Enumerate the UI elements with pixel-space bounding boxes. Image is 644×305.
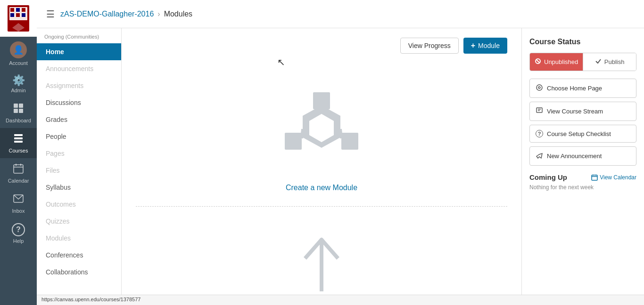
logo-wrap (0, 0, 37, 37)
nav-quizzes[interactable]: Quizzes (37, 213, 121, 230)
svg-rect-11 (19, 109, 23, 113)
svg-rect-9 (19, 104, 23, 108)
new-announcement-label: New Announcement (547, 152, 602, 160)
view-course-stream-button[interactable]: View Course Stream (529, 102, 636, 121)
svg-rect-2 (10, 8, 14, 12)
course-status-title: Course Status (529, 38, 636, 46)
inbox-icon (13, 193, 24, 206)
nav-item-calendar[interactable]: Calendar (0, 158, 37, 188)
nav-label-inbox: Inbox (12, 208, 25, 214)
breadcrumb: zAS-DEMO-Gallagher-2016 › Modules (60, 10, 192, 18)
nav-pages[interactable]: Pages (37, 145, 121, 162)
module-empty-section-1: Create a new Module (136, 63, 507, 207)
coming-up-empty-message: Nothing for the next week (529, 184, 636, 191)
module-empty-section-2 (136, 207, 507, 295)
publish-button[interactable]: Publish (583, 53, 636, 71)
unpublished-icon (535, 58, 541, 66)
nav-conferences[interactable]: Conferences (37, 247, 121, 264)
svg-rect-5 (10, 13, 14, 17)
svg-line-26 (340, 129, 341, 138)
admin-icon: ⚙️ (12, 75, 25, 86)
new-announcement-icon (536, 152, 543, 161)
svg-line-30 (537, 60, 539, 63)
svg-rect-15 (14, 165, 23, 173)
svg-rect-3 (16, 8, 20, 12)
view-course-stream-icon (536, 107, 543, 116)
view-progress-button[interactable]: View Progress (400, 38, 459, 54)
nav-item-dashboard[interactable]: Dashboard (0, 98, 37, 128)
left-navigation: 👤 Account ⚙️ Admin Dashboard Courses Cal… (0, 0, 37, 305)
nav-assignments[interactable]: Assignments (37, 77, 121, 94)
nav-item-admin[interactable]: ⚙️ Admin (0, 71, 37, 98)
svg-rect-6 (16, 13, 20, 17)
svg-rect-36 (592, 175, 597, 180)
nav-home[interactable]: Home (37, 43, 121, 60)
svg-rect-13 (14, 137, 23, 139)
nav-modules[interactable]: Modules (37, 230, 121, 247)
course-status-buttons: Unpublished Publish (529, 53, 636, 71)
penn-logo (8, 5, 29, 32)
coming-up-title: Coming Up (529, 173, 567, 181)
breadcrumb-course-link[interactable]: zAS-DEMO-Gallagher-2016 (60, 10, 154, 18)
coming-up-header: Coming Up View Calendar (529, 173, 636, 181)
svg-rect-8 (14, 104, 18, 108)
publish-label: Publish (604, 58, 625, 65)
svg-rect-7 (22, 13, 25, 17)
svg-rect-10 (14, 109, 18, 113)
unpublished-label: Unpublished (544, 58, 578, 65)
nav-label-help: Help (13, 238, 24, 244)
new-announcement-button[interactable]: New Announcement (529, 146, 636, 166)
view-course-stream-label: View Course Stream (547, 108, 603, 115)
unpublished-button[interactable]: Unpublished (530, 53, 583, 71)
nav-announcements[interactable]: Announcements (37, 60, 121, 77)
nav-syllabus[interactable]: Syllabus (37, 179, 121, 196)
module-content: ↖ View Progress + Module (122, 28, 521, 295)
svg-rect-14 (14, 141, 23, 143)
nav-people[interactable]: People (37, 128, 121, 145)
nav-discussions[interactable]: Discussions (37, 94, 121, 111)
module-toolbar: View Progress + Module (136, 38, 507, 54)
choose-home-page-label: Choose Home Page (547, 85, 602, 92)
nav-label-admin: Admin (11, 88, 25, 93)
course-setup-checklist-button[interactable]: ? Course Setup Checklist (529, 125, 636, 143)
status-bar: https://canvas.upenn.edu/courses/1378577 (37, 295, 644, 305)
svg-rect-22 (285, 133, 302, 150)
add-module-label: Module (478, 42, 500, 49)
nav-outcomes[interactable]: Outcomes (37, 196, 121, 213)
hamburger-button[interactable]: ☰ (46, 8, 55, 20)
course-nav-header: Ongoing (Communities) (37, 28, 121, 43)
nav-label-dashboard: Dashboard (6, 118, 31, 123)
nav-files[interactable]: Files (37, 162, 121, 179)
create-module-link[interactable]: Create a new Module (286, 184, 357, 192)
svg-point-32 (538, 87, 540, 88)
top-bar: ☰ zAS-DEMO-Gallagher-2016 › Modules (37, 0, 644, 28)
nav-label-courses: Courses (9, 148, 28, 153)
svg-rect-23 (341, 133, 358, 150)
nav-item-help[interactable]: ? Help (0, 218, 37, 249)
view-calendar-label: View Calendar (600, 174, 636, 181)
svg-rect-4 (22, 8, 25, 12)
nav-label-calendar: Calendar (8, 178, 29, 184)
nav-grades[interactable]: Grades (37, 111, 121, 128)
course-setup-checklist-icon: ? (536, 130, 543, 137)
nav-item-account[interactable]: 👤 Account (0, 37, 37, 71)
nav-label-account: Account (9, 60, 28, 66)
nav-collaborations[interactable]: Collaborations (37, 264, 121, 281)
calendar-small-icon (591, 174, 598, 181)
courses-icon (13, 133, 24, 146)
nav-item-courses[interactable]: Courses (0, 128, 37, 158)
breadcrumb-current-page: Modules (164, 10, 192, 18)
add-module-button[interactable]: + Module (463, 38, 507, 54)
choose-home-page-button[interactable]: Choose Home Page (529, 79, 636, 98)
upload-icon (279, 225, 364, 295)
status-url: https://canvas.upenn.edu/courses/1378577 (41, 297, 140, 302)
main-area: ☰ zAS-DEMO-Gallagher-2016 › Modules Ongo… (37, 0, 644, 305)
svg-rect-33 (537, 108, 542, 112)
view-calendar-link[interactable]: View Calendar (591, 174, 636, 181)
add-module-icon: + (471, 41, 475, 50)
course-nav: Ongoing (Communities) Home Announcements… (37, 28, 122, 295)
choose-home-page-icon (536, 84, 543, 93)
svg-point-31 (537, 85, 542, 90)
dashboard-icon (13, 103, 24, 116)
nav-item-inbox[interactable]: Inbox (0, 188, 37, 218)
